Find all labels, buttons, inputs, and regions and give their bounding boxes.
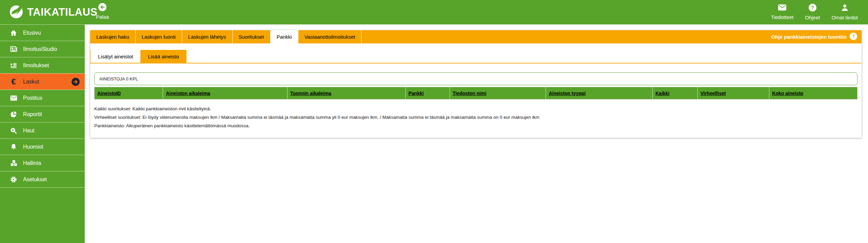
bell-icon [9, 143, 18, 151]
help-button-label: Ohjeet [805, 15, 820, 20]
bank-import-help-link[interactable]: Ohje pankkiaineistojen tuontiin ? [771, 30, 862, 43]
sidebar-item-label: Huomiot [23, 144, 43, 150]
sidebar-item-label: Haut [23, 128, 35, 134]
legend-line-kaikki: Kaikki suoritukset: Kaikki pankkiaineist… [94, 106, 857, 111]
sidebar-item-label: Laskut [23, 79, 39, 85]
sidebar-item-hallinta[interactable]: Hallinta [0, 155, 85, 171]
envelope-icon [9, 95, 18, 101]
svg-text:?: ? [852, 33, 855, 39]
header-actions: Tiedotteet ? Ohjeet Omat tiedot [771, 3, 858, 20]
dataset-count-box: AINEISTOJA 0 KPL [94, 72, 857, 85]
profile-button-label: Omat tiedot [831, 15, 858, 20]
sidebar-item-label: Etusivu [23, 30, 41, 36]
back-button-label: Palaa [92, 14, 113, 20]
sidebar-item-haut[interactable]: Haut [0, 122, 85, 138]
column-header-kaikki[interactable]: Kaikki [653, 87, 698, 99]
tab-suoritukset[interactable]: Suoritukset [233, 30, 271, 43]
svg-text:?: ? [811, 5, 814, 10]
subtab-bar: Lisätyt aineistot Lisää aineisto [90, 50, 862, 63]
sidebar-item-label: Ilmoitukset [23, 62, 49, 69]
help-button[interactable]: ? Ohjeet [805, 3, 820, 20]
news-button-label: Tiedotteet [771, 14, 793, 20]
list-icon [9, 62, 18, 69]
envelope-icon [777, 3, 787, 13]
sidebar-item-raportit[interactable]: Raportit [0, 106, 85, 122]
sidebar-item-ilmoitusstudio[interactable]: IlmoitusStudio [0, 41, 85, 57]
gear-icon [9, 176, 18, 183]
sidebar-item-huomiot[interactable]: Huomiot [0, 138, 85, 155]
column-header-koko-aineisto[interactable]: Koko aineisto [769, 87, 857, 99]
tab-laskujen-lahetys[interactable]: Laskujen lähetys [182, 30, 233, 43]
user-icon [841, 3, 849, 13]
app-logo: TAIKATILAUS [9, 4, 98, 20]
column-header-aineiston-aikaleima[interactable]: Aineiston aikaleima [163, 87, 288, 99]
main-area: Laskujen haku Laskujen luonti Laskujen l… [85, 24, 868, 243]
bank-import-help-label: Ohje pankkiaineistojen tuontiin [771, 34, 847, 40]
legend-line-pankkiaineisto: Pankkiaineisto: Alkuperäinen pankkiainei… [94, 123, 857, 128]
sidebar-item-asetukset[interactable]: Asetukset [0, 171, 85, 187]
question-icon: ? [808, 3, 817, 13]
home-icon [9, 29, 18, 37]
sidebar-item-laskut[interactable]: € Laskut [0, 73, 85, 90]
column-header-aineiston-tyyppi[interactable]: Aineiston tyyppi [546, 87, 653, 99]
news-button[interactable]: Tiedotteet [771, 3, 793, 20]
legend-text: Kaikki suoritukset: Kaikki pankkiaineist… [94, 106, 857, 128]
sidebar-item-label: IlmoitusStudio [23, 46, 57, 52]
sidebar-item-label: Asetukset [23, 176, 47, 183]
back-button[interactable]: Palaa [92, 3, 113, 20]
sidebar-item-postitus[interactable]: Postitus [0, 90, 85, 106]
subtab-lisatyt-aineistot[interactable]: Lisätyt aineistot [90, 50, 140, 63]
search-plus-icon [9, 127, 18, 134]
profile-button[interactable]: Omat tiedot [831, 3, 858, 20]
tab-bar: Laskujen haku Laskujen luonti Laskujen l… [90, 30, 862, 43]
subtab-lisaa-aineisto[interactable]: Lisää aineisto [140, 50, 186, 63]
sidebar-divider [0, 187, 85, 188]
datasets-table-header: AineistoID Aineiston aikaleima Tuonnin a… [94, 87, 857, 99]
dataset-count-label: AINEISTOJA 0 KPL [99, 76, 138, 81]
arrow-right-circle-icon[interactable] [71, 77, 80, 88]
euro-icon: € [9, 78, 18, 86]
sidebar-item-ilmoitukset[interactable]: Ilmoitukset [0, 57, 85, 73]
tab-laskujen-luonti[interactable]: Laskujen luonti [136, 30, 182, 43]
pie-chart-icon [9, 111, 18, 118]
top-header: TAIKATILAUS Palaa Tiedotteet [0, 0, 868, 24]
question-icon[interactable]: ? [849, 32, 857, 42]
sidebar-item-label: Hallinta [23, 160, 41, 166]
sidebar-item-label: Raportit [23, 111, 42, 117]
arrow-left-circle-icon [98, 7, 107, 13]
sidebar: Etusivu IlmoitusStudio Ilmoitukset € Las… [0, 24, 85, 243]
content-card: Laskujen haku Laskujen luonti Laskujen l… [90, 30, 862, 138]
app-title: TAIKATILAUS [27, 6, 98, 18]
column-header-aineistoid[interactable]: AineistoID [95, 87, 163, 99]
sidebar-item-etusivu[interactable]: Etusivu [0, 24, 85, 41]
tab-pankki[interactable]: Pankki [271, 30, 298, 43]
newspaper-icon [9, 45, 18, 53]
logo-icon [9, 4, 24, 20]
sidebar-item-label: Postitus [23, 95, 42, 101]
tab-vastaanottoilmoitukset[interactable]: Vastaanottoilmoitukset [298, 30, 362, 43]
legend-line-virheelliset: Virheelliset suoritukset: Ei löydy viite… [94, 115, 857, 120]
column-header-tiedoston-nimi[interactable]: Tiedoston nimi [450, 87, 546, 99]
column-header-virheelliset[interactable]: Virheelliset [698, 87, 769, 99]
column-header-tuonnin-aikaleima[interactable]: Tuonnin aikaleima [288, 87, 406, 99]
cubes-icon [9, 159, 18, 167]
tab-laskujen-haku[interactable]: Laskujen haku [90, 30, 136, 43]
column-header-pankki[interactable]: Pankki [406, 87, 450, 99]
